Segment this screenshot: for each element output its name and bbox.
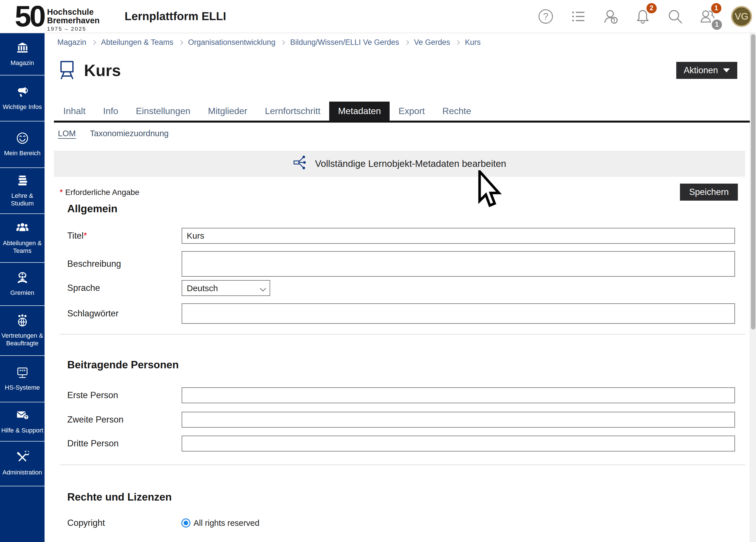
zweite-person-input[interactable] [182,412,735,428]
tab-export[interactable]: Export [390,102,433,121]
university-logo: 50 Hochschule Bremerhaven 1975 – 2025 [15,1,100,32]
tab-mitglieder[interactable]: Mitglieder [199,102,256,121]
sidebar-item-label: Magazin [11,59,34,67]
erste-person-label: Erste Person [67,390,182,400]
titel-input[interactable] [182,228,735,244]
full-metadata-edit-banner[interactable]: Vollständige Lernobjekt-Metadaten bearbe… [54,151,745,177]
contacts-icon[interactable]: 1 1 [699,8,716,25]
sidebar-item-magazin[interactable]: Magazin [0,33,45,75]
sidebar-item-abteilungen-teams[interactable]: Abteilungen & Teams [0,214,45,263]
user-status-icon[interactable] [602,8,619,25]
titel-label: Titel* [67,231,182,241]
section-divider [60,334,745,335]
top-header: 50 Hochschule Bremerhaven 1975 – 2025 Le… [0,0,756,33]
subtab-taxonomiezuordnung[interactable]: Taxonomiezuordnung [90,129,169,138]
sprache-select-wrap: Deutsch [182,280,270,296]
mail-help-icon: ? [16,409,29,423]
beschreibung-textarea[interactable] [182,251,735,277]
course-board-icon [57,60,77,81]
tab-bar: Inhalt Info Einstellungen Mitglieder Ler… [54,102,750,123]
vertical-scrollbar [750,33,756,542]
page-title: Kurs [84,61,121,80]
dritte-person-label: Dritte Person [67,438,182,449]
section-heading-allgemein: Allgemein [67,203,750,215]
chevron-right-icon [178,40,183,45]
sidebar-item-label: Mein Bereich [4,149,40,157]
monitor-icon: *** [16,366,29,380]
search-icon[interactable] [666,8,684,25]
copyright-radio-selected[interactable] [182,519,190,527]
books-icon [16,174,29,188]
breadcrumb-link[interactable]: Magazin [57,38,86,47]
svg-text:?: ? [543,11,548,22]
tab-info[interactable]: Info [94,102,127,121]
app-title: Lernplattform ELLI [125,10,226,23]
sidebar-item-label: Wichtige Infos [3,103,42,111]
dritte-person-input[interactable] [182,436,735,451]
section-divider [60,465,745,465]
avatar[interactable]: VG [731,6,752,27]
breadcrumb-link[interactable]: Bildung/Wissen/ELLI Ve Gerdes [290,38,399,47]
sidebar-item-vertretungen-beauftragte[interactable]: Vertretungen & Beauftragte [0,306,45,356]
tab-metadaten[interactable]: Metadaten [329,102,390,121]
logo-name-line2: Bremerhaven [47,16,100,25]
erste-person-input[interactable] [182,387,735,403]
tools-icon [16,451,29,465]
sidebar-item-label: Administration [3,469,42,476]
sidebar-item-administration[interactable]: Administration [0,442,45,486]
required-note: *Erforderliche Angabe [60,187,139,197]
copyright-label: Copyright [67,518,182,528]
section-heading-rechte: Rechte und Lizenzen [67,491,750,503]
tab-lernfortschritt[interactable]: Lernfortschritt [256,102,329,121]
help-icon[interactable]: ? [537,8,555,25]
sidebar-item-label: Vertretungen & Beauftragte [1,332,43,347]
committee-icon [16,271,29,285]
actions-button[interactable]: Aktionen [676,62,737,79]
tab-einstellungen[interactable]: Einstellungen [127,102,199,121]
section-heading-beitragende: Beitragende Personen [67,359,750,371]
sidebar-item-hs-systeme[interactable]: *** HS-Systeme [0,356,45,402]
sidebar-item-label: Gremien [10,289,34,297]
sidebar-item-hilfe-support[interactable]: ? Hilfe & Support [0,402,45,442]
chevron-right-icon [404,40,409,45]
tab-rechte[interactable]: Rechte [434,102,480,121]
smiley-icon [16,132,29,146]
required-asterisk: * [83,231,87,241]
list-icon[interactable] [569,8,587,25]
breadcrumb-link[interactable]: Abteilungen & Teams [101,38,173,47]
sidebar-item-wichtige-infos[interactable]: Wichtige Infos [0,75,45,121]
svg-text:?: ? [25,415,28,419]
breadcrumb: Magazin Abteilungen & Teams Organisation… [54,33,750,52]
sidebar-item-mein-bereich[interactable]: Mein Bereich [0,121,45,168]
schlagwoerter-label: Schlagwörter [67,308,182,319]
breadcrumb-link[interactable]: Organisationsentwicklung [188,38,276,47]
schlagwoerter-input[interactable] [182,303,735,324]
subtab-bar: LOM Taxonomiezuordnung [54,129,750,138]
logo-50: 50 [15,5,44,28]
main-content: Magazin Abteilungen & Teams Organisation… [45,33,750,542]
contacts-badge-total: 1 [712,20,722,30]
sidebar-item-label: Hilfe & Support [1,427,43,434]
metadata-hub-icon [293,155,308,173]
sidebar-item-lehre-studium[interactable]: Lehre & Studium [0,168,45,214]
save-button[interactable]: Speichern [680,184,738,201]
logo-years: 1975 – 2025 [47,26,100,32]
breadcrumb-link[interactable]: Ve Gerdes [414,38,450,47]
required-asterisk: * [60,187,63,197]
chevron-right-icon [91,40,96,45]
tab-inhalt[interactable]: Inhalt [54,102,94,121]
chevron-right-icon [280,40,285,45]
subtab-lom[interactable]: LOM [58,129,76,138]
logo-name-line1: Hochschule [47,8,100,16]
caret-down-icon [723,68,730,72]
scrollbar-thumb[interactable] [751,34,755,329]
bell-icon[interactable]: 2 [634,8,652,25]
bell-badge: 2 [646,3,657,13]
contacts-badge-new: 1 [711,3,721,13]
svg-text:***: *** [19,368,26,374]
sprache-select[interactable]: Deutsch [182,280,270,296]
banner-label: Vollständige Lernobjekt-Metadaten bearbe… [315,158,506,169]
breadcrumb-current[interactable]: Kurs [465,38,481,47]
main-sidebar: Magazin Wichtige Infos Mein Bereich Lehr… [0,33,45,542]
sidebar-item-gremien[interactable]: Gremien [0,263,45,306]
